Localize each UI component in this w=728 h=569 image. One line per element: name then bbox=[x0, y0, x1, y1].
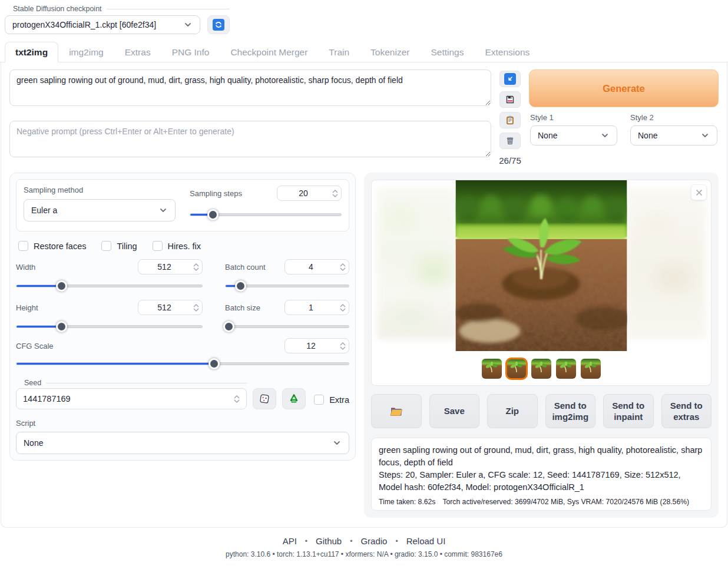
batch-size-slider[interactable] bbox=[225, 321, 349, 332]
info-prompt-text: green sapling rowing out of ground, mud,… bbox=[379, 444, 704, 469]
sampling-steps-slider[interactable] bbox=[190, 209, 342, 220]
checkbox-box[interactable] bbox=[153, 241, 163, 251]
width-label: Width bbox=[16, 263, 35, 272]
generation-info: green sapling rowing out of ground, mud,… bbox=[371, 438, 712, 511]
random-seed-button[interactable] bbox=[253, 388, 276, 409]
zip-button[interactable]: Zip bbox=[487, 394, 538, 428]
sampling-steps-label: Sampling steps bbox=[190, 189, 242, 198]
negative-prompt-input[interactable] bbox=[9, 121, 491, 157]
txt2img-panel: green sapling rowing out of ground, mud,… bbox=[1, 62, 727, 528]
stepper-arrows[interactable] bbox=[190, 300, 202, 315]
gallery-thumbnail-5[interactable] bbox=[581, 359, 601, 379]
dice-icon bbox=[259, 393, 270, 404]
tab-settings[interactable]: Settings bbox=[420, 42, 474, 62]
style1-label: Style 1 bbox=[530, 113, 617, 122]
arrow-down-left-icon bbox=[504, 73, 516, 85]
batch-count-slider[interactable] bbox=[225, 280, 349, 292]
app-root: Stable Diffusion checkpoint protogenX34O… bbox=[0, 0, 728, 569]
footer-link-github[interactable]: Github bbox=[316, 536, 342, 546]
info-time-taken: Time taken: 8.62s bbox=[379, 498, 435, 506]
checkbox-box[interactable] bbox=[18, 241, 28, 251]
tab-train[interactable]: Train bbox=[318, 42, 360, 62]
checkbox-box[interactable] bbox=[314, 395, 324, 405]
info-vram: Torch active/reserved: 3699/4702 MiB, Sy… bbox=[442, 498, 689, 506]
stepper-arrows[interactable] bbox=[337, 339, 349, 353]
sampling-steps-input[interactable]: 20 bbox=[277, 186, 342, 201]
script-dropdown[interactable]: None bbox=[16, 432, 349, 454]
apply-style-button[interactable] bbox=[499, 112, 521, 128]
gallery-thumbnail-1[interactable] bbox=[482, 359, 502, 379]
extra-seed-checkbox[interactable]: Extra bbox=[314, 395, 349, 409]
generated-image[interactable] bbox=[456, 180, 627, 351]
checkbox-row: Restore facesTilingHires. fix bbox=[18, 241, 347, 251]
refresh-checkpoints-button[interactable] bbox=[207, 15, 230, 34]
folder-icon bbox=[389, 405, 403, 417]
tab-extensions[interactable]: Extensions bbox=[474, 42, 540, 62]
send-to-img2img-button[interactable]: Send to img2img bbox=[545, 394, 596, 428]
stepper-arrows[interactable] bbox=[231, 389, 243, 409]
stepper-arrows[interactable] bbox=[190, 260, 202, 274]
checkbox-tiling[interactable]: Tiling bbox=[101, 241, 137, 251]
clear-prompt-button[interactable] bbox=[499, 133, 521, 149]
tab-extras[interactable]: Extras bbox=[114, 42, 161, 62]
batch-size-input[interactable]: 1 bbox=[284, 300, 349, 315]
stepper-arrows[interactable] bbox=[329, 186, 341, 200]
token-counter: 26/75 bbox=[499, 156, 521, 166]
clipboard-icon bbox=[505, 115, 515, 125]
trash-icon bbox=[505, 136, 515, 145]
footer: API•Github•Gradio•Reload UI python: 3.10… bbox=[0, 528, 728, 558]
tab-img2img[interactable]: img2img bbox=[58, 42, 114, 62]
style1-dropdown[interactable]: None bbox=[530, 125, 617, 145]
refresh-icon bbox=[213, 19, 224, 31]
stepper-arrows[interactable] bbox=[337, 300, 349, 315]
save-style-button[interactable] bbox=[499, 91, 521, 108]
checkbox-restore-faces[interactable]: Restore faces bbox=[18, 241, 86, 251]
batch-count-label: Batch count bbox=[225, 263, 266, 272]
gallery-thumbnail-3[interactable] bbox=[531, 359, 551, 379]
footer-link-api[interactable]: API bbox=[283, 536, 297, 546]
checkbox-box[interactable] bbox=[101, 241, 111, 251]
seed-input[interactable]: 1441787169 bbox=[16, 388, 247, 409]
script-label: Script bbox=[16, 419, 349, 428]
recycle-icon bbox=[289, 393, 299, 404]
generate-button[interactable]: Generate bbox=[529, 70, 719, 107]
output-panel: Save Zip Send to img2img Send to inpaint… bbox=[364, 173, 719, 518]
width-input[interactable]: 512 bbox=[138, 259, 203, 274]
close-image-button[interactable] bbox=[691, 184, 707, 200]
chevron-down-icon bbox=[700, 131, 710, 140]
footer-link-reload-ui[interactable]: Reload UI bbox=[406, 536, 446, 546]
gallery-thumbnail-4[interactable] bbox=[556, 359, 576, 379]
tab-png-info[interactable]: PNG Info bbox=[161, 42, 220, 62]
chevron-down-icon bbox=[332, 438, 342, 448]
height-input[interactable]: 512 bbox=[138, 300, 203, 315]
send-to-extras-button[interactable]: Send to extras bbox=[661, 394, 712, 428]
chevron-down-icon bbox=[600, 131, 610, 140]
sampling-method-dropdown[interactable]: Euler a bbox=[24, 199, 176, 221]
tab-tokenizer[interactable]: Tokenizer bbox=[360, 42, 420, 62]
footer-links: API•Github•Gradio•Reload UI bbox=[0, 536, 728, 546]
cfg-scale-slider[interactable] bbox=[16, 358, 349, 369]
cfg-scale-input[interactable]: 12 bbox=[284, 338, 349, 353]
reuse-seed-button[interactable] bbox=[282, 388, 306, 409]
cfg-scale-label: CFG Scale bbox=[16, 342, 54, 350]
width-slider[interactable] bbox=[16, 280, 203, 292]
tab-checkpoint-merger[interactable]: Checkpoint Merger bbox=[220, 42, 318, 62]
prompt-input[interactable]: green sapling rowing out of ground, mud,… bbox=[9, 70, 491, 106]
stepper-arrows[interactable] bbox=[337, 260, 349, 274]
checkbox-hires-fix[interactable]: Hires. fix bbox=[153, 241, 201, 251]
height-slider[interactable] bbox=[16, 321, 203, 332]
send-to-inpaint-button[interactable]: Send to inpaint bbox=[603, 394, 654, 428]
chevron-down-icon bbox=[183, 20, 193, 29]
checkpoint-dropdown[interactable]: protogenX34OfficialR_1.ckpt [60fe2f34] bbox=[5, 15, 200, 34]
style2-dropdown[interactable]: None bbox=[630, 125, 717, 145]
open-folder-button[interactable] bbox=[371, 394, 422, 428]
paste-generation-params-button[interactable] bbox=[499, 71, 521, 87]
batch-size-label: Batch size bbox=[225, 303, 260, 312]
batch-count-input[interactable]: 4 bbox=[284, 259, 349, 274]
height-label: Height bbox=[16, 303, 38, 312]
footer-link-gradio[interactable]: Gradio bbox=[360, 536, 387, 546]
save-button[interactable]: Save bbox=[429, 394, 480, 428]
checkpoint-bar: Stable Diffusion checkpoint protogenX34O… bbox=[0, 0, 728, 41]
tab-txt2img[interactable]: txt2img bbox=[5, 42, 58, 62]
gallery-thumbnail-2[interactable] bbox=[507, 359, 527, 379]
